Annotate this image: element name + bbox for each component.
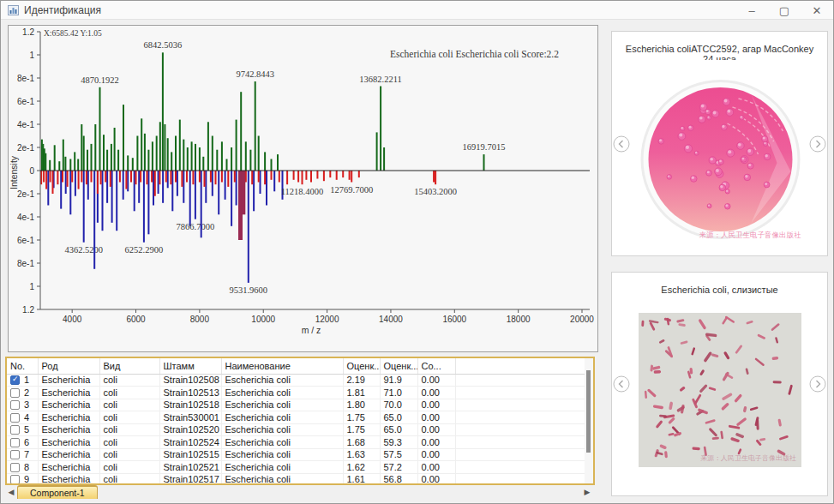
microscopy-next-button[interactable] — [809, 375, 826, 393]
reference-images-column: Escherichia coliATCC2592, агар MacConkey… — [601, 20, 833, 503]
tab-component-1[interactable]: Component-1 — [17, 485, 98, 499]
main-area: 4870.19226842.50369742.844313682.2211169… — [1, 20, 833, 503]
svg-text:4000: 4000 — [63, 315, 82, 324]
svg-text:8e-1: 8e-1 — [17, 74, 34, 83]
agar-plate-card: Escherichia coliATCC2592, агар MacConkey… — [611, 31, 828, 256]
row-checkbox[interactable] — [10, 438, 20, 447]
svg-text:6e-1: 6e-1 — [17, 236, 34, 245]
window-title: Идентификация — [24, 4, 101, 16]
table-row[interactable]: 7EscherichiacoliStrain102515Escherichia … — [7, 448, 586, 461]
row-checkbox[interactable] — [10, 425, 20, 435]
table-scrollbar[interactable] — [585, 358, 593, 483]
row-checkbox[interactable] — [10, 450, 20, 459]
microscopy-watermark: 来源：人民卫生电子音像出版社 — [700, 454, 796, 462]
svg-text:Escherichia coli Escherichia c: Escherichia coli Escherichia coli Score:… — [390, 49, 559, 59]
svg-text:9531.9600: 9531.9600 — [229, 285, 267, 295]
row-checkbox[interactable] — [10, 413, 20, 423]
svg-text:8000: 8000 — [190, 315, 210, 324]
svg-text:1: 1 — [29, 282, 34, 291]
minimize-button[interactable]: – — [735, 1, 768, 20]
svg-text:16919.7015: 16919.7015 — [463, 142, 506, 152]
tab-scroll-left-icon[interactable]: ◀ — [5, 485, 17, 499]
table-row[interactable]: 1EscherichiacoliStrain102508Escherichia … — [7, 374, 586, 387]
results-table-header: No.РодВидШтаммНаименованиеОценк...Оценк.… — [7, 358, 586, 374]
svg-text:4e-1: 4e-1 — [17, 213, 34, 222]
spectrum-svg[interactable]: 4870.19226842.50369742.844313682.2211169… — [9, 26, 597, 351]
spectrum-chart-panel: 4870.19226842.50369742.844313682.2211169… — [8, 25, 598, 352]
column-header-4[interactable]: Наименование — [221, 358, 343, 374]
column-header-2[interactable]: Вид — [99, 358, 159, 374]
svg-text:4362.5200: 4362.5200 — [64, 245, 103, 255]
svg-text:1: 1 — [29, 51, 34, 60]
microscopy-image: 来源：人民卫生电子音像出版社 — [639, 313, 801, 471]
tab-scroll-right-icon[interactable]: ▶ — [581, 485, 593, 499]
column-header-6[interactable]: Оценк... — [380, 358, 417, 374]
titlebar: Идентификация – ▢ ✕ — [1, 1, 833, 20]
table-row[interactable]: 4EscherichiacoliStrain530001Escherichia … — [7, 411, 586, 424]
row-checkbox[interactable] — [10, 475, 20, 484]
svg-text:4870.1922: 4870.1922 — [81, 75, 119, 85]
microscopy-caption: Escherichia coli, слизистые — [612, 285, 827, 295]
column-header-0[interactable]: No. — [7, 358, 38, 374]
column-header-1[interactable]: Род — [38, 358, 99, 374]
svg-text:20000: 20000 — [570, 315, 594, 324]
svg-text:16000: 16000 — [442, 315, 466, 324]
svg-text:4e-1: 4e-1 — [17, 120, 34, 129]
column-header-3[interactable]: Штамм — [159, 358, 221, 374]
svg-text:9742.8443: 9742.8443 — [236, 69, 274, 79]
results-table: No.РодВидШтаммНаименованиеОценк...Оценк.… — [7, 358, 587, 485]
agar-plate-image: 来源：人民卫生电子音像出版社 — [622, 60, 817, 254]
svg-text:6e-1: 6e-1 — [17, 97, 34, 106]
svg-text:11218.4000: 11218.4000 — [281, 187, 324, 196]
agar-watermark: 来源：人民卫生电子音像出版社 — [699, 231, 801, 239]
svg-text:7866.7000: 7866.7000 — [177, 222, 215, 231]
results-table-panel: No.РодВидШтаммНаименованиеОценк...Оценк.… — [5, 357, 595, 485]
svg-text:2e-1: 2e-1 — [17, 189, 34, 199]
svg-text:2e-1: 2e-1 — [17, 143, 34, 153]
table-row[interactable]: 2EscherichiacoliStrain102513Escherichia … — [7, 387, 586, 399]
svg-text:12769.7000: 12769.7000 — [330, 185, 373, 195]
column-header-7[interactable]: Со... — [417, 358, 455, 374]
svg-text:12000: 12000 — [315, 315, 339, 324]
svg-text:14000: 14000 — [379, 315, 403, 324]
svg-text:X:6585.42 Y:1.05: X:6585.42 Y:1.05 — [44, 29, 102, 38]
svg-text:1.2: 1.2 — [22, 27, 34, 37]
svg-text:6252.2900: 6252.2900 — [125, 245, 164, 255]
svg-text:13682.2211: 13682.2211 — [359, 75, 402, 84]
table-row[interactable]: 3EscherichiacoliStrain102518Escherichia … — [7, 399, 586, 411]
microscopy-card: Escherichia coli, слизистые 来源：人民卫生电子音像出… — [611, 272, 828, 496]
svg-text:10000: 10000 — [251, 315, 275, 324]
svg-text:0: 0 — [29, 166, 34, 176]
table-row[interactable]: 6EscherichiacoliStrain102524Escherichia … — [7, 436, 586, 449]
svg-text:8e-1: 8e-1 — [17, 259, 34, 268]
svg-text:m / z: m / z — [302, 325, 321, 335]
table-scrollbar-thumb[interactable] — [586, 370, 591, 453]
table-row[interactable]: 9EscherichiacoliStrain102517Escherichia … — [7, 473, 586, 485]
column-header-8[interactable] — [455, 358, 586, 374]
svg-text:Intensity: Intensity — [9, 155, 19, 189]
tab-strip: ◀ Component-1 ▶ — [5, 485, 595, 501]
agar-prev-button[interactable] — [613, 135, 630, 153]
svg-text:15403.2000: 15403.2000 — [414, 187, 457, 196]
svg-text:6000: 6000 — [126, 315, 146, 324]
table-row[interactable]: 5EscherichiacoliStrain102520Escherichia … — [7, 423, 586, 436]
svg-text:1.2: 1.2 — [22, 305, 34, 315]
svg-text:18000: 18000 — [507, 315, 531, 324]
row-checkbox[interactable] — [10, 463, 20, 472]
identification-window: Идентификация – ▢ ✕ 4870.19226842.503697… — [0, 0, 834, 504]
table-row[interactable]: 8EscherichiacoliStrain102521Escherichia … — [7, 461, 586, 474]
agar-next-button[interactable] — [809, 135, 826, 153]
app-chart-icon — [8, 5, 19, 15]
maximize-button[interactable]: ▢ — [768, 1, 801, 20]
row-checkbox[interactable] — [10, 388, 20, 398]
column-header-5[interactable]: Оценк... — [343, 358, 380, 374]
row-checkbox-checked[interactable] — [10, 375, 20, 385]
close-button[interactable]: ✕ — [801, 1, 833, 20]
row-checkbox[interactable] — [10, 400, 20, 410]
svg-text:6842.5036: 6842.5036 — [144, 40, 183, 50]
microscopy-prev-button[interactable] — [613, 375, 630, 393]
